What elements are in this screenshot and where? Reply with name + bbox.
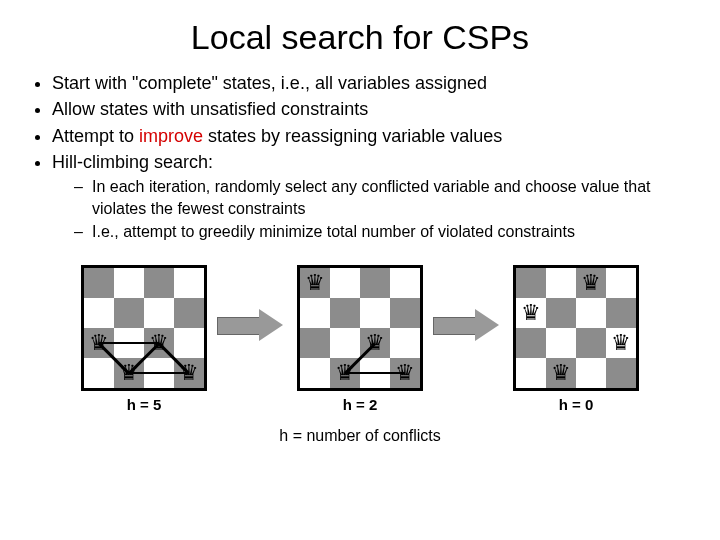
bullet-4-text: Hill-climbing search: — [52, 152, 213, 172]
board-1-wrap: ♛♛♛♛ h = 5 — [81, 265, 207, 413]
queen-icon: ♛ — [516, 298, 546, 328]
square — [174, 268, 204, 298]
bullet-3-pre: Attempt to — [52, 126, 139, 146]
square — [114, 268, 144, 298]
sub-list: In each iteration, randomly select any c… — [74, 176, 700, 243]
caption: h = number of conflicts — [20, 427, 700, 445]
square — [330, 268, 360, 298]
board-3-label: h = 0 — [513, 396, 639, 413]
queen-icon: ♛ — [546, 358, 576, 388]
board-2-wrap: ♛♛♛♛ h = 2 — [297, 265, 423, 413]
square — [84, 358, 114, 388]
bullet-3-post: states by reassigning variable values — [203, 126, 502, 146]
bullet-1: Start with "complete" states, i.e., all … — [52, 71, 700, 95]
board-3: ♛♛♛♛ — [513, 265, 639, 391]
board-1-label: h = 5 — [81, 396, 207, 413]
bullet-2: Allow states with unsatisfied constraint… — [52, 97, 700, 121]
board-3-wrap: ♛♛♛♛ h = 0 — [513, 265, 639, 413]
square — [546, 268, 576, 298]
sub-2: I.e., attempt to greedily minimize total… — [74, 221, 700, 243]
square — [576, 358, 606, 388]
square — [516, 358, 546, 388]
board-2: ♛♛♛♛ — [297, 265, 423, 391]
square — [606, 358, 636, 388]
square — [546, 298, 576, 328]
square — [606, 268, 636, 298]
conflict-line — [129, 372, 189, 375]
bullet-3: Attempt to improve states by reassigning… — [52, 124, 700, 148]
queen-icon: ♛ — [576, 268, 606, 298]
square — [390, 328, 420, 358]
conflict-line — [99, 342, 159, 345]
arrow-icon — [433, 303, 503, 347]
board-1: ♛♛♛♛ — [81, 265, 207, 391]
square — [516, 268, 546, 298]
queen-icon: ♛ — [606, 328, 636, 358]
square — [576, 298, 606, 328]
boards-row: ♛♛♛♛ h = 5 ♛♛♛♛ h = 2 ♛♛♛♛ h = 0 — [20, 265, 700, 413]
square — [576, 328, 606, 358]
square — [516, 328, 546, 358]
bullet-4: Hill-climbing search: In each iteration,… — [52, 150, 700, 243]
square — [360, 298, 390, 328]
slide-title: Local search for CSPs — [20, 18, 700, 57]
square — [390, 268, 420, 298]
sub-1: In each iteration, randomly select any c… — [74, 176, 700, 219]
board-2-label: h = 2 — [297, 396, 423, 413]
square — [300, 298, 330, 328]
square — [114, 298, 144, 328]
square — [330, 328, 360, 358]
square — [606, 298, 636, 328]
square — [84, 268, 114, 298]
improve-word: improve — [139, 126, 203, 146]
square — [546, 328, 576, 358]
square — [330, 298, 360, 328]
square — [300, 328, 330, 358]
arrow-icon — [217, 303, 287, 347]
square — [360, 268, 390, 298]
square — [174, 328, 204, 358]
square — [174, 298, 204, 328]
square — [144, 268, 174, 298]
square — [390, 298, 420, 328]
conflict-line — [345, 372, 405, 375]
queen-icon: ♛ — [300, 268, 330, 298]
bullet-list: Start with "complete" states, i.e., all … — [26, 71, 700, 243]
square — [144, 298, 174, 328]
square — [300, 358, 330, 388]
square — [84, 298, 114, 328]
